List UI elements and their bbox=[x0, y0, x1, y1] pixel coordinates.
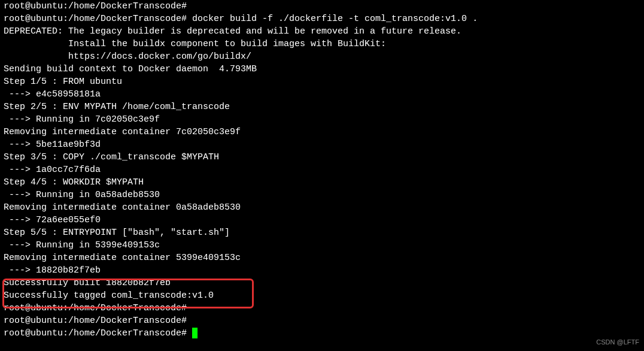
terminal-line: root@ubuntu:/home/DockerTranscode# bbox=[4, 0, 640, 13]
terminal-line: https://docs.docker.com/go/buildx/ bbox=[4, 50, 640, 63]
terminal-line: Step 4/5 : WORKDIR $MYPATH bbox=[4, 176, 640, 189]
terminal-line: ---> 18820b82f7eb bbox=[4, 264, 640, 277]
cursor-icon bbox=[192, 328, 198, 338]
terminal-line: Removing intermediate container 5399e409… bbox=[4, 252, 640, 264]
terminal-line: root@ubuntu:/home/DockerTranscode# docke… bbox=[4, 13, 640, 25]
terminal-line: ---> 72a6ee055ef0 bbox=[4, 214, 640, 226]
terminal-line: Removing intermediate container 7c02050c… bbox=[4, 126, 640, 138]
terminal-prompt: root@ubuntu:/home/DockerTranscode# bbox=[4, 328, 192, 338]
terminal-line: ---> 5be11ae9bf3d bbox=[4, 138, 640, 151]
terminal-line: Removing intermediate container 0a58adeb… bbox=[4, 201, 640, 214]
terminal-line: Step 1/5 : FROM ubuntu bbox=[4, 75, 640, 88]
terminal-line: root@ubuntu:/home/DockerTranscode# bbox=[4, 302, 640, 314]
terminal-line: Sending build context to Docker daemon 4… bbox=[4, 63, 640, 75]
terminal-line: Step 5/5 : ENTRYPOINT ["bash", "start.sh… bbox=[4, 226, 640, 239]
terminal-line: ---> e4c58958181a bbox=[4, 88, 640, 101]
terminal-line: Successfully tagged coml_transcode:v1.0 bbox=[4, 289, 640, 302]
terminal-line: Step 2/5 : ENV MYPATH /home/coml_transco… bbox=[4, 101, 640, 113]
terminal-line: ---> Running in 5399e409153c bbox=[4, 239, 640, 252]
terminal-line: ---> Running in 7c02050c3e9f bbox=[4, 113, 640, 126]
terminal-line: root@ubuntu:/home/DockerTranscode# bbox=[4, 314, 640, 327]
terminal-prompt-line[interactable]: root@ubuntu:/home/DockerTranscode# bbox=[4, 327, 640, 340]
terminal-line: ---> 1a0cc7c7f6da bbox=[4, 164, 640, 176]
terminal-line: DEPRECATED: The legacy builder is deprec… bbox=[4, 25, 640, 38]
terminal-line: ---> Running in 0a58adeb8530 bbox=[4, 189, 640, 201]
terminal-output[interactable]: root@ubuntu:/home/DockerTranscode# root@… bbox=[4, 0, 640, 340]
terminal-line: Successfully built 18820b82f7eb bbox=[4, 277, 640, 289]
watermark-text: CSDN @LFTF bbox=[596, 336, 639, 349]
terminal-line: Install the buildx component to build im… bbox=[4, 38, 640, 50]
terminal-line: Step 3/5 : COPY ./coml_transcode $MYPATH bbox=[4, 151, 640, 164]
